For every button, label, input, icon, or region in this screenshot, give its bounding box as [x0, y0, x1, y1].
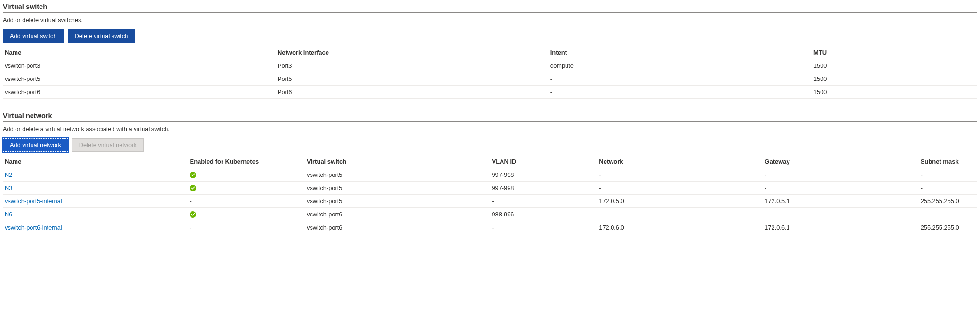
virtual-switch-button-row: Add virtual switch Delete virtual switch	[3, 29, 977, 46]
cell-intent: compute	[549, 59, 812, 72]
cell-kubernetes: -	[188, 195, 305, 208]
cell-kubernetes	[188, 168, 305, 182]
cell-vlan: -	[490, 221, 597, 234]
cell-vlan: 997-998	[490, 168, 597, 182]
col-kubernetes[interactable]: Enabled for Kubernetes	[188, 155, 305, 168]
table-row[interactable]: vswitch-port5-internal-vswitch-port5-172…	[3, 195, 977, 208]
cell-network: 172.0.5.0	[597, 195, 763, 208]
delete-virtual-switch-button[interactable]: Delete virtual switch	[68, 29, 135, 43]
cell-name: vswitch-port6	[3, 86, 276, 99]
virtual-network-link[interactable]: vswitch-port5-internal	[5, 198, 62, 205]
virtual-network-link[interactable]: N6	[5, 211, 12, 218]
col-name[interactable]: Name	[3, 155, 188, 168]
table-row[interactable]: vswitch-port5Port5-1500	[3, 72, 977, 86]
virtual-network-table: Name Enabled for Kubernetes Virtual swit…	[3, 155, 977, 234]
add-virtual-network-button[interactable]: Add virtual network	[3, 138, 68, 152]
col-vswitch[interactable]: Virtual switch	[305, 155, 490, 168]
cell-kubernetes	[188, 182, 305, 195]
cell-vlan: 988-996	[490, 208, 597, 221]
col-interface[interactable]: Network interface	[276, 46, 549, 59]
col-name[interactable]: Name	[3, 46, 276, 59]
virtual-network-button-row: Add virtual network Delete virtual netwo…	[3, 138, 977, 155]
virtual-network-link[interactable]: vswitch-port6-internal	[5, 224, 62, 231]
table-row[interactable]: N2vswitch-port5997-998---	[3, 168, 977, 182]
col-intent[interactable]: Intent	[549, 46, 812, 59]
table-row[interactable]: N6vswitch-port6988-996---	[3, 208, 977, 221]
col-mtu[interactable]: MTU	[812, 46, 977, 59]
table-row[interactable]: N3vswitch-port5997-998---	[3, 182, 977, 195]
cell-name[interactable]: N2	[3, 168, 188, 182]
table-header-row: Name Enabled for Kubernetes Virtual swit…	[3, 155, 977, 168]
cell-subnet: 255.255.255.0	[919, 195, 977, 208]
cell-network: 172.0.6.0	[597, 221, 763, 234]
cell-interface: Port6	[276, 86, 549, 99]
virtual-network-section: Virtual network Add or delete a virtual …	[3, 112, 977, 234]
cell-gateway: -	[763, 208, 918, 221]
table-row[interactable]: vswitch-port6Port6-1500	[3, 86, 977, 99]
cell-intent: -	[549, 86, 812, 99]
cell-name[interactable]: vswitch-port6-internal	[3, 221, 188, 234]
cell-vlan: -	[490, 195, 597, 208]
cell-vswitch: vswitch-port5	[305, 168, 490, 182]
check-icon	[190, 172, 196, 178]
cell-intent: -	[549, 72, 812, 86]
cell-name[interactable]: N6	[3, 208, 188, 221]
virtual-network-link[interactable]: N2	[5, 171, 12, 178]
col-network[interactable]: Network	[597, 155, 763, 168]
cell-subnet: -	[919, 208, 977, 221]
cell-gateway: -	[763, 168, 918, 182]
table-row[interactable]: vswitch-port3Port3compute1500	[3, 59, 977, 72]
cell-vswitch: vswitch-port6	[305, 221, 490, 234]
virtual-switch-description: Add or delete virtual switches.	[3, 15, 977, 29]
cell-gateway: -	[763, 182, 918, 195]
check-icon	[190, 211, 196, 218]
cell-kubernetes	[188, 208, 305, 221]
virtual-switch-table: Name Network interface Intent MTU vswitc…	[3, 46, 977, 99]
virtual-switch-title: Virtual switch	[3, 3, 977, 13]
cell-name[interactable]: vswitch-port5-internal	[3, 195, 188, 208]
cell-mtu: 1500	[812, 86, 977, 99]
col-vlan[interactable]: VLAN ID	[490, 155, 597, 168]
cell-vswitch: vswitch-port6	[305, 208, 490, 221]
cell-subnet: -	[919, 182, 977, 195]
virtual-network-link[interactable]: N3	[5, 184, 12, 191]
cell-subnet: 255.255.255.0	[919, 221, 977, 234]
cell-network: -	[597, 208, 763, 221]
cell-subnet: -	[919, 168, 977, 182]
check-icon	[190, 185, 196, 191]
cell-name[interactable]: N3	[3, 182, 188, 195]
cell-vlan: 997-998	[490, 182, 597, 195]
cell-network: -	[597, 168, 763, 182]
cell-mtu: 1500	[812, 59, 977, 72]
cell-vswitch: vswitch-port5	[305, 195, 490, 208]
table-header-row: Name Network interface Intent MTU	[3, 46, 977, 59]
virtual-network-description: Add or delete a virtual network associat…	[3, 124, 977, 138]
cell-interface: Port3	[276, 59, 549, 72]
delete-virtual-network-button: Delete virtual network	[72, 138, 144, 152]
cell-name: vswitch-port3	[3, 59, 276, 72]
cell-gateway: 172.0.5.1	[763, 195, 918, 208]
virtual-network-title: Virtual network	[3, 112, 977, 122]
add-virtual-switch-button[interactable]: Add virtual switch	[3, 29, 64, 43]
virtual-switch-section: Virtual switch Add or delete virtual swi…	[3, 3, 977, 99]
table-row[interactable]: vswitch-port6-internal-vswitch-port6-172…	[3, 221, 977, 234]
cell-interface: Port5	[276, 72, 549, 86]
col-gateway[interactable]: Gateway	[763, 155, 918, 168]
cell-gateway: 172.0.6.1	[763, 221, 918, 234]
cell-name: vswitch-port5	[3, 72, 276, 86]
cell-network: -	[597, 182, 763, 195]
cell-kubernetes: -	[188, 221, 305, 234]
col-subnet[interactable]: Subnet mask	[919, 155, 977, 168]
cell-mtu: 1500	[812, 72, 977, 86]
cell-vswitch: vswitch-port5	[305, 182, 490, 195]
